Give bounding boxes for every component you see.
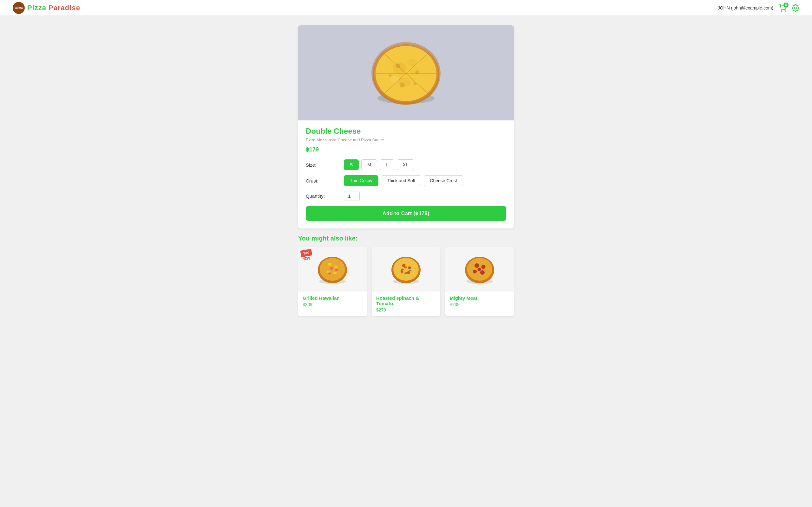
size-buttons: S M L XL: [344, 159, 414, 170]
svg-point-46: [481, 265, 486, 269]
settings-button[interactable]: [792, 4, 799, 12]
svg-point-13: [400, 82, 405, 88]
settings-icon: [792, 4, 799, 12]
product-description: Extra Mozzarella Cheese and Pizza Sauce: [306, 137, 506, 142]
crust-btn-thick-soft[interactable]: Thick and Soft: [381, 175, 421, 186]
product-details: Double Cheese Extra Mozzarella Cheese an…: [298, 120, 514, 228]
cart-badge: 0: [783, 3, 789, 8]
suggestion-price-1: $279: [376, 307, 436, 313]
suggestion-price-2: $239: [450, 302, 509, 307]
svg-point-9: [391, 76, 399, 83]
svg-point-36: [401, 270, 403, 273]
svg-point-14: [389, 74, 392, 77]
svg-rect-25: [335, 266, 338, 268]
logo-icon: Gusta: [13, 2, 25, 14]
suggestion-card-0[interactable]: ใหม่ NEW: [298, 247, 367, 316]
suggestion-image-2: [462, 253, 497, 285]
main-header: Gusta Pizza Paradise JOHN (john@example.…: [0, 0, 812, 16]
product-image: [368, 38, 444, 108]
quantity-option-row: Quantity:: [306, 191, 506, 201]
suggestions-grid: ใหม่ NEW: [298, 247, 514, 316]
logo: Gusta Pizza Paradise: [13, 2, 80, 14]
crust-buttons: Thin Crispy Thick and Soft Cheese Crust: [344, 175, 463, 186]
svg-point-29: [335, 269, 338, 271]
quantity-label: Quantity:: [306, 193, 344, 199]
new-badge: ใหม่ NEW: [301, 250, 312, 261]
suggestions-title: You might also like:: [298, 235, 514, 242]
suggestion-name-1: Roasted spinach & Tomato: [376, 295, 436, 306]
crust-option-row: Crust: Thin Crispy Thick and Soft Cheese…: [306, 175, 506, 186]
svg-rect-24: [328, 263, 332, 266]
crust-btn-cheese-crust[interactable]: Cheese Crust: [424, 175, 463, 186]
svg-point-2: [795, 7, 797, 9]
size-btn-l[interactable]: L: [380, 159, 394, 170]
suggestion-info-2: Mighty Meat $239: [445, 291, 514, 311]
crust-label: Crust:: [306, 178, 344, 183]
product-price: ฿179: [306, 146, 506, 153]
svg-point-30: [328, 273, 331, 275]
suggestion-image-1: [389, 253, 423, 285]
suggestion-img-1: [372, 247, 440, 291]
svg-point-40: [409, 270, 411, 272]
suggestion-info-1: Roasted spinach & Tomato $279: [372, 291, 440, 316]
svg-point-45: [474, 263, 479, 268]
svg-point-38: [404, 267, 407, 268]
svg-point-1: [785, 10, 786, 11]
svg-point-10: [407, 59, 417, 66]
product-name: Double Cheese: [306, 127, 506, 135]
svg-point-41: [404, 272, 408, 274]
suggestion-image-0: [315, 253, 350, 285]
size-label: Size:: [306, 162, 344, 168]
svg-point-47: [473, 270, 477, 274]
svg-point-49: [478, 268, 481, 271]
suggestion-name-2: Mighty Meat: [450, 295, 509, 301]
size-btn-m[interactable]: M: [361, 159, 377, 170]
svg-rect-27: [334, 272, 337, 274]
app-title: Pizza Paradise: [27, 4, 80, 12]
suggestion-img-0: ใหม่ NEW: [298, 247, 367, 291]
svg-point-28: [329, 267, 334, 270]
new-badge-text: NEW: [301, 257, 312, 261]
svg-point-0: [781, 10, 782, 11]
main-content: Double Cheese Extra Mozzarella Cheese an…: [295, 25, 517, 316]
header-right: JOHN (john@example.com) 0: [718, 4, 799, 12]
app-title-pizza: Pizza: [27, 4, 49, 12]
suggestion-img-2: [445, 247, 514, 291]
size-btn-s[interactable]: S: [344, 159, 359, 170]
product-image-area: [298, 25, 514, 120]
new-badge-ribbon: ใหม่: [300, 249, 312, 257]
suggestion-card-2[interactable]: Mighty Meat $239: [445, 247, 514, 316]
size-btn-xl[interactable]: XL: [397, 159, 414, 170]
app-title-paradise: Paradise: [49, 4, 80, 12]
quantity-input[interactable]: [344, 191, 360, 201]
svg-point-48: [480, 270, 485, 275]
cart-button[interactable]: 0: [778, 4, 786, 12]
user-info: JOHN (john@example.com): [718, 5, 773, 10]
svg-point-35: [408, 267, 411, 269]
crust-btn-thin-crispy[interactable]: Thin Crispy: [344, 175, 378, 186]
svg-point-39: [401, 269, 404, 270]
suggestion-info-0: Grilled Hawaiian $309: [298, 291, 367, 311]
suggestions-section: You might also like: ใหม่ NEW: [298, 235, 514, 316]
svg-point-37: [407, 271, 410, 274]
product-card: Double Cheese Extra Mozzarella Cheese an…: [298, 25, 514, 228]
svg-point-33: [393, 258, 419, 281]
add-to-cart-button[interactable]: Add to Cart (฿179): [306, 206, 506, 221]
suggestion-card-1[interactable]: Roasted spinach & Tomato $279: [372, 247, 440, 316]
suggestion-name-0: Grilled Hawaiian: [303, 295, 362, 301]
size-option-row: Size: S M L XL: [306, 159, 506, 170]
suggestion-price-0: $309: [303, 302, 362, 307]
svg-point-7: [409, 67, 420, 76]
